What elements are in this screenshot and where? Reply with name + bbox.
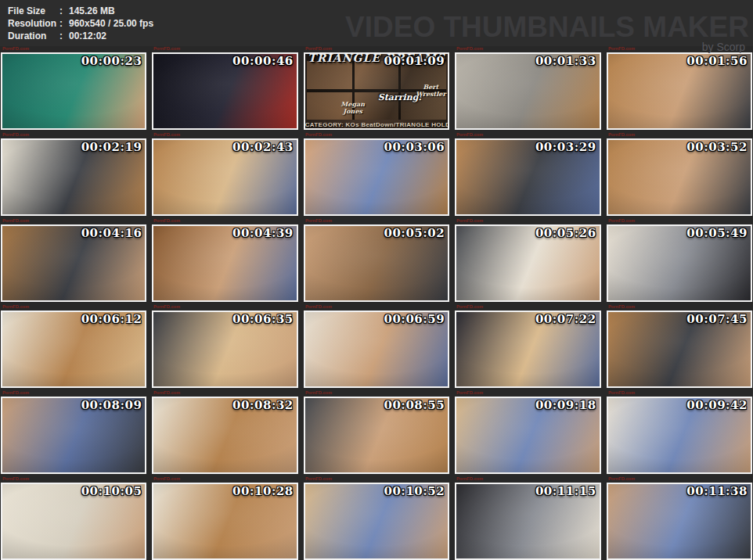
resolution-value: 960x540 / 25.00 fps (69, 17, 153, 30)
title-card-category-line: CATEGORY: KOs BeatDown/TRIANGLE HOLD (305, 121, 448, 128)
site-watermark: PornFD.com (153, 219, 180, 224)
file-size-label: File Size (8, 5, 59, 17)
timestamp-label: 00:10:05 (81, 484, 142, 498)
site-watermark: PornFD.com (2, 391, 29, 396)
thumbnail: PornFD.com 00:04:39 (152, 220, 297, 302)
thumbnail: PornFD.com 00:02:19 (1, 134, 146, 216)
timestamp-label: 00:06:12 (81, 312, 142, 326)
thumbnail: PornFD.com 00:06:12 (1, 306, 146, 388)
site-watermark: PornFD.com (608, 391, 635, 396)
timestamp-label: 00:07:45 (686, 312, 748, 326)
thumbnail-frame: 00:00:46 (152, 52, 297, 130)
timestamp-label: 00:02:19 (81, 140, 142, 154)
thumbnail-frame: 00:06:59 (304, 311, 449, 388)
thumbnail-frame: 00:06:12 (1, 311, 146, 388)
info-header: File Size : 145.26 MB Resolution : 960x5… (0, 0, 753, 46)
site-watermark: PornFD.com (2, 133, 29, 138)
site-watermark: PornFD.com (305, 133, 332, 138)
resolution-label: Resolution (8, 17, 59, 30)
thumbnail: PornFD.com 00:06:35 (152, 306, 297, 388)
thumbnail: PornFD.com 00:09:18 (455, 392, 600, 474)
thumbnail: PornFD.com 00:07:45 (607, 306, 752, 388)
thumbnail: PornFD.com 00:08:32 (152, 392, 297, 474)
site-watermark: PornFD.com (456, 47, 483, 52)
thumbnail: PornFD.com 00:03:06 (304, 134, 449, 216)
thumbnail: PornFD.com 00:11:38 (607, 478, 752, 560)
site-watermark: PornFD.com (456, 305, 483, 310)
timestamp-label: 00:01:56 (686, 54, 748, 68)
thumbnail-frame: 00:01:33 (455, 52, 600, 130)
duration-value: 00:12:02 (69, 30, 106, 42)
site-watermark: PornFD.com (305, 477, 332, 482)
thumbnail-frame: 00:10:28 (152, 483, 297, 560)
timestamp-label: 00:08:09 (81, 398, 142, 412)
thumbnail: PornFD.com 00:10:05 (1, 478, 146, 560)
thumbnail-frame: 00:10:52 (304, 483, 449, 560)
thumbnail-frame: 00:02:19 (1, 138, 146, 216)
thumbnail: PornFD.com 00:06:59 (304, 306, 449, 388)
thumbnail-frame: 00:05:26 (455, 224, 600, 302)
thumbnail: PornFD.com 00:01:33 (455, 48, 600, 130)
site-watermark: PornFD.com (305, 391, 332, 396)
duration-row: Duration : 00:12:02 (8, 30, 153, 42)
thumbnail-frame: 00:07:45 (607, 311, 752, 388)
timestamp-label: 00:07:22 (535, 312, 596, 326)
thumbnail-frame: 00:03:29 (455, 138, 600, 216)
site-watermark: PornFD.com (608, 477, 635, 482)
timestamp-label: 00:06:59 (384, 312, 445, 326)
resolution-row: Resolution : 960x540 / 25.00 fps (8, 17, 153, 30)
resolution-separator: : (59, 17, 69, 30)
timestamp-label: 00:05:49 (686, 226, 748, 240)
thumbnail-frame: 00:03:52 (607, 138, 752, 216)
duration-label: Duration (8, 30, 59, 42)
site-watermark: PornFD.com (153, 305, 180, 310)
timestamp-label: 00:00:46 (232, 54, 294, 68)
thumbnail: PornFD.com 00:01:09 TRIANGLE DREAMS Star… (304, 48, 449, 130)
thumbnail-frame: 00:03:06 (304, 138, 449, 216)
duration-separator: : (59, 30, 69, 42)
thumbnail: PornFD.com 00:07:22 (455, 306, 600, 388)
contact-sheet: File Size : 145.26 MB Resolution : 960x5… (0, 0, 753, 560)
timestamp-label: 00:08:55 (384, 398, 445, 412)
thumbnail-frame: 00:04:16 (1, 224, 146, 302)
thumbnail-frame: 00:10:05 (1, 483, 146, 560)
site-watermark: PornFD.com (2, 47, 29, 52)
thumbnail-grid: PornFD.com 00:00:23 PornFD.com 00:00:46 … (0, 46, 753, 560)
thumbnail-frame: 00:11:38 (607, 483, 752, 560)
thumbnail-frame: 00:08:32 (152, 397, 297, 474)
timestamp-label: 00:09:42 (686, 398, 748, 412)
app-watermark-byline: by Scorp (702, 41, 745, 53)
thumbnail-frame: 00:00:23 (1, 52, 146, 130)
title-card-star-2: Bert Wrestler (415, 84, 446, 98)
video-info-panel: File Size : 145.26 MB Resolution : 960x5… (8, 5, 153, 42)
timestamp-label: 00:04:39 (232, 226, 294, 240)
timestamp-label: 00:01:09 (384, 54, 445, 68)
timestamp-label: 00:00:23 (81, 54, 142, 68)
file-size-value: 145.26 MB (69, 5, 115, 17)
file-size-separator: : (59, 5, 69, 17)
thumbnail: PornFD.com 00:03:52 (607, 134, 752, 216)
site-watermark: PornFD.com (2, 219, 29, 224)
thumbnail: PornFD.com 00:11:15 (455, 478, 600, 560)
thumbnail-frame: 00:02:43 (152, 138, 297, 216)
site-watermark: PornFD.com (608, 47, 635, 52)
thumbnail: PornFD.com 00:01:56 (607, 48, 752, 130)
thumbnail-frame: 00:09:42 (607, 397, 752, 474)
thumbnail-frame: 00:04:39 (152, 224, 297, 302)
thumbnail: PornFD.com 00:00:46 (152, 48, 297, 130)
thumbnail-frame: 00:01:09 TRIANGLE DREAMS Starring: Megan… (304, 52, 449, 130)
thumbnail: PornFD.com 00:00:23 (1, 48, 146, 130)
timestamp-label: 00:10:52 (384, 484, 445, 498)
thumbnail-frame: 00:08:55 (304, 397, 449, 474)
thumbnail-frame: 00:08:09 (1, 397, 146, 474)
site-watermark: PornFD.com (153, 133, 180, 138)
timestamp-label: 00:11:15 (535, 484, 596, 498)
site-watermark: PornFD.com (608, 133, 635, 138)
thumbnail: PornFD.com 00:05:26 (455, 220, 600, 302)
thumbnail-frame: 00:01:56 (607, 52, 752, 130)
timestamp-label: 00:06:35 (232, 312, 294, 326)
thumbnail: PornFD.com 00:10:28 (152, 478, 297, 560)
timestamp-label: 00:04:16 (81, 226, 142, 240)
timestamp-label: 00:05:26 (535, 226, 596, 240)
site-watermark: PornFD.com (608, 219, 635, 224)
